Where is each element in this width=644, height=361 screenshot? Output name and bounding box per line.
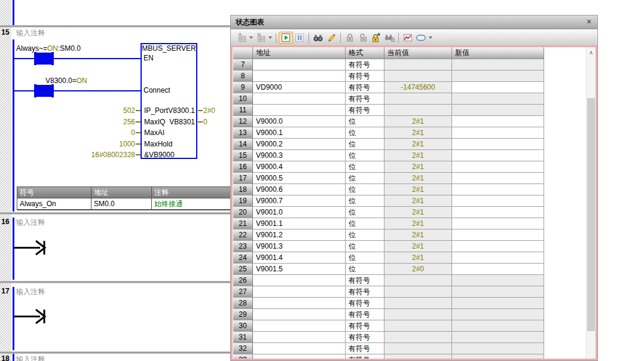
unforce-icon[interactable] — [356, 32, 370, 44]
address-cell[interactable] — [253, 93, 346, 105]
format-cell[interactable]: 有符号 — [346, 105, 384, 116]
write-all-icon[interactable] — [325, 32, 338, 44]
network-16-comment[interactable]: 输入注释 — [16, 218, 45, 228]
address-cell[interactable] — [253, 298, 346, 309]
address-cell[interactable]: V9000.5 — [253, 173, 346, 184]
current-value-column-header[interactable]: 当前值 — [384, 47, 452, 59]
format-cell[interactable]: 位 — [346, 252, 384, 264]
contact-energized-fill[interactable] — [36, 85, 51, 97]
pin-input-value[interactable]: 256 — [84, 118, 135, 126]
address-cell[interactable]: V9000.2 — [253, 139, 346, 150]
new-value-cell[interactable] — [452, 241, 544, 252]
new-value-cell[interactable] — [452, 207, 544, 218]
format-cell[interactable]: 位 — [346, 127, 384, 139]
format-cell[interactable]: 位 — [346, 230, 384, 241]
force-icon[interactable] — [343, 32, 356, 44]
address-cell[interactable]: V9001.2 — [253, 230, 346, 241]
status-chart-titlebar[interactable]: 状态图表 × — [231, 16, 597, 29]
insert-row-icon[interactable] — [235, 32, 248, 44]
address-cell[interactable]: V9000.6 — [253, 184, 346, 195]
format-cell[interactable]: 有符号 — [346, 354, 384, 360]
row-number-cell[interactable]: 21 — [233, 218, 253, 230]
pin-input-value[interactable]: 0 — [84, 129, 135, 137]
row-number-cell[interactable]: 7 — [233, 59, 253, 71]
pin-output-operand[interactable]: V8300.1 — [144, 106, 195, 115]
address-tag-icon[interactable] — [414, 32, 428, 44]
new-value-cell[interactable] — [452, 252, 544, 264]
format-cell[interactable]: 有符号 — [346, 93, 384, 105]
format-cell[interactable]: 位 — [346, 116, 384, 127]
trend-view-icon[interactable] — [401, 32, 414, 44]
row-number-cell[interactable]: 22 — [233, 230, 253, 241]
network-18-comment[interactable]: 输入注释 — [16, 354, 45, 361]
address-cell[interactable]: SM0.0 — [91, 198, 152, 209]
new-value-cell[interactable] — [452, 82, 544, 93]
address-cell[interactable]: V9000.4 — [253, 161, 346, 173]
format-cell[interactable]: 有符号 — [346, 275, 384, 286]
address-cell[interactable]: V9001.0 — [253, 207, 346, 218]
format-cell[interactable]: 有符号 — [346, 82, 384, 93]
scrollbar-thumb[interactable] — [587, 98, 595, 331]
new-value-cell[interactable] — [452, 116, 544, 127]
address-cell[interactable]: VD9000 — [253, 82, 346, 93]
pin-output-operand[interactable]: VB8301 — [144, 118, 195, 126]
new-value-cell[interactable] — [452, 343, 544, 354]
row-number-cell[interactable]: 33 — [233, 354, 253, 360]
network-15-comment[interactable]: 输入注释 — [16, 28, 45, 38]
row-number-cell[interactable]: 31 — [233, 332, 253, 343]
new-value-cell[interactable] — [452, 105, 544, 116]
address-cell[interactable]: V9000.7 — [253, 195, 346, 207]
new-value-cell[interactable] — [452, 320, 544, 332]
row-number-cell[interactable]: 27 — [233, 286, 253, 298]
new-value-cell[interactable] — [452, 332, 544, 343]
address-cell[interactable]: V9001.4 — [253, 252, 346, 264]
format-cell[interactable]: 位 — [346, 207, 384, 218]
format-cell[interactable]: 位 — [346, 241, 384, 252]
row-number-cell[interactable]: 12 — [233, 116, 253, 127]
row-number-cell[interactable]: 8 — [233, 71, 253, 82]
address-cell[interactable] — [253, 71, 346, 82]
format-cell[interactable]: 位 — [346, 218, 384, 230]
format-cell[interactable]: 位 — [346, 139, 384, 150]
new-value-cell[interactable] — [452, 150, 544, 161]
end-arrow-network16[interactable] — [12, 237, 48, 259]
scrollbar-up-icon[interactable]: ∧ — [587, 48, 596, 57]
network-17-comment[interactable]: 输入注释 — [16, 287, 45, 297]
new-value-cell[interactable] — [452, 127, 544, 139]
row-number-cell[interactable]: 28 — [233, 298, 253, 309]
format-cell[interactable]: 位 — [346, 161, 384, 173]
chart-status-play-icon[interactable] — [279, 32, 293, 44]
row-number-cell[interactable]: 11 — [233, 105, 253, 116]
delete-row-dropdown-icon[interactable] — [267, 32, 273, 44]
row-number-cell[interactable]: 18 — [233, 184, 253, 195]
address-cell[interactable]: V9000.1 — [253, 127, 346, 139]
new-value-cell[interactable] — [452, 161, 544, 173]
new-value-cell[interactable] — [452, 264, 544, 275]
contact-label-v8300[interactable]: V8300.0=ON — [45, 77, 87, 85]
comment-cell[interactable]: 始终接通 — [152, 198, 234, 209]
row-number-cell[interactable]: 17 — [233, 173, 253, 184]
new-value-cell[interactable] — [452, 354, 544, 360]
address-cell[interactable] — [253, 343, 346, 354]
format-cell[interactable]: 位 — [346, 195, 384, 207]
address-tag-dropdown-icon[interactable] — [428, 32, 434, 44]
new-value-cell[interactable] — [452, 195, 544, 207]
row-number-cell[interactable]: 25 — [233, 264, 253, 275]
row-number-cell[interactable]: 32 — [233, 343, 253, 354]
new-value-cell[interactable] — [452, 309, 544, 320]
format-cell[interactable]: 有符号 — [346, 320, 384, 332]
format-cell[interactable]: 位 — [346, 173, 384, 184]
address-cell[interactable]: V9001.1 — [253, 218, 346, 230]
new-value-cell[interactable] — [452, 298, 544, 309]
row-number-cell[interactable]: 14 — [233, 139, 253, 150]
new-value-cell[interactable] — [452, 275, 544, 286]
format-cell[interactable]: 有符号 — [346, 309, 384, 320]
address-cell[interactable] — [253, 275, 346, 286]
row-number-cell[interactable]: 20 — [233, 207, 253, 218]
format-cell[interactable]: 有符号 — [346, 59, 384, 71]
row-number-cell[interactable]: 24 — [233, 252, 253, 264]
symbol-cell[interactable]: Always_On — [17, 198, 91, 209]
end-arrow-network17[interactable] — [12, 305, 48, 328]
address-cell[interactable] — [253, 105, 346, 116]
row-number-cell[interactable]: 26 — [233, 275, 253, 286]
